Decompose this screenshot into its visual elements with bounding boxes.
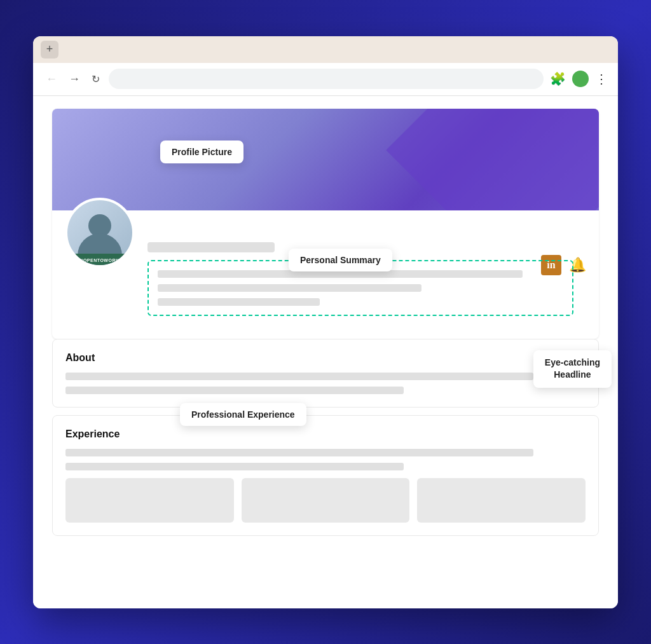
extensions-icon[interactable]: 🧩 <box>550 71 566 86</box>
address-bar[interactable] <box>109 69 544 89</box>
back-button[interactable]: ← <box>43 70 60 88</box>
new-tab-button[interactable]: + <box>41 41 58 58</box>
headline-line-3 <box>158 298 320 306</box>
tab-bar: + <box>33 36 618 63</box>
experience-title: Experience <box>65 428 586 440</box>
profile-picture-callout: Profile Picture <box>160 140 243 163</box>
profile-banner: Profile Picture <box>52 109 599 210</box>
profile-avatar: #OPENTOWORK <box>65 198 135 268</box>
headline-dashed-box: Personal Summary <box>147 260 573 316</box>
eye-catching-headline-callout: Eye-catching Headline <box>533 350 612 388</box>
profile-name-placeholder <box>147 242 275 252</box>
about-title: About <box>65 352 586 364</box>
experience-line-1 <box>65 449 533 456</box>
user-avatar-button[interactable] <box>572 71 589 87</box>
about-line-1 <box>65 373 533 380</box>
browser-toolbar: ← → ↻ 🧩 ⋮ <box>33 63 618 96</box>
forward-button[interactable]: → <box>66 70 83 88</box>
professional-experience-callout: Professional Experience <box>180 403 306 426</box>
browser-menu-button[interactable]: ⋮ <box>595 71 608 86</box>
personal-summary-callout: Personal Summary <box>289 249 392 271</box>
profile-info-section: #OPENTOWORK in 🔔 Eye-catching Headline <box>52 242 599 339</box>
profile-body: About Professional Experience Experience <box>52 339 599 536</box>
headline-line-2 <box>158 284 421 292</box>
exp-card-2 <box>242 478 410 523</box>
exp-card-3 <box>417 478 586 523</box>
open-to-work-badge: #OPENTOWORK <box>65 254 135 268</box>
reload-button[interactable]: ↻ <box>89 71 102 88</box>
exp-card-1 <box>65 478 234 523</box>
about-line-2 <box>65 387 404 394</box>
experience-line-2 <box>65 463 404 470</box>
page-content: Profile Picture #OPENTOWORK <box>33 96 618 608</box>
browser-window: + ← → ↻ 🧩 ⋮ Profile Picture <box>33 36 618 608</box>
profile-avatar-wrapper: #OPENTOWORK <box>65 198 135 268</box>
profile-header: Profile Picture #OPENTOWORK <box>52 109 599 339</box>
experience-cards <box>65 478 586 523</box>
about-section: About <box>52 339 599 408</box>
toolbar-icons: 🧩 ⋮ <box>550 71 608 87</box>
experience-section: Professional Experience Experience <box>52 415 599 536</box>
